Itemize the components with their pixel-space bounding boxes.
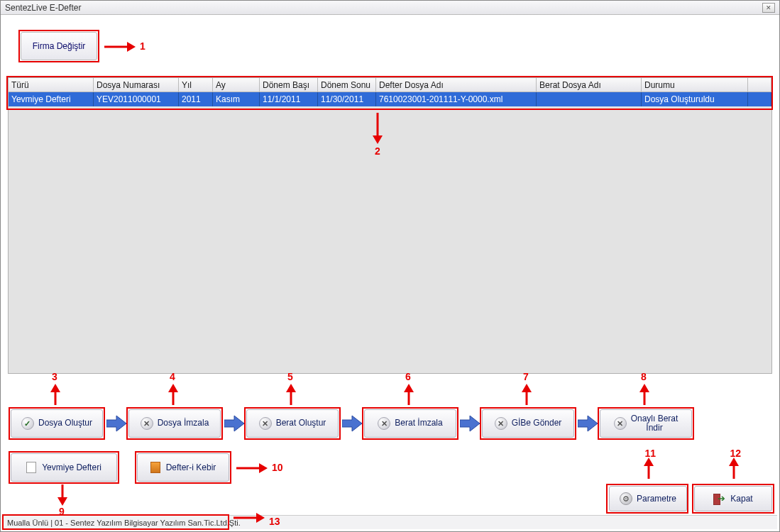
svg-marker-1 xyxy=(127,42,136,52)
close-button[interactable]: Kapat xyxy=(694,486,772,511)
svg-marker-17 xyxy=(57,497,67,506)
svg-marker-20 xyxy=(644,458,654,466)
cell-durumu: Dosya Oluşturuldu xyxy=(642,92,748,106)
client-area: Firma Değiştir Türü Dosya Numarası Yıl A… xyxy=(1,15,779,531)
cell-donembasi: 11/1/2011 xyxy=(260,92,318,106)
download-approved-berat-label: Onaylı Berat İndir xyxy=(631,414,679,433)
annotation-arrow-8 xyxy=(638,384,651,408)
annotation-number-1: 1 xyxy=(140,40,145,52)
cell-yil: 2011 xyxy=(179,92,213,106)
col-header-spacer xyxy=(748,78,771,92)
create-file-button[interactable]: Dosya Oluştur xyxy=(11,409,103,438)
annotation-arrow-10 xyxy=(235,462,268,477)
annotation-arrow-9 xyxy=(56,484,69,509)
svg-marker-19 xyxy=(259,463,268,473)
cell-donemsonu: 11/30/2011 xyxy=(318,92,376,106)
create-berat-button[interactable]: Berat Oluştur xyxy=(246,409,339,438)
col-header-dosyano[interactable]: Dosya Numarası xyxy=(94,78,179,92)
general-ledger-label: Defter-i Kebir xyxy=(166,462,216,472)
change-company-label: Firma Değiştir xyxy=(33,41,86,51)
ledger-grid[interactable]: Türü Dosya Numarası Yıl Ay Dönem Başı Dö… xyxy=(8,77,772,374)
statusbar: Mualla Ünlü | 01 - Sentez Yazılım Bilgis… xyxy=(3,515,777,529)
create-berat-label: Berat Oluştur xyxy=(276,419,326,428)
col-header-ay[interactable]: Ay xyxy=(213,78,260,92)
parameters-button[interactable]: ⚙ Parametre xyxy=(609,486,687,511)
general-ledger-button[interactable]: Defter-i Kebir xyxy=(137,453,229,482)
exit-icon xyxy=(713,494,726,504)
annotation-arrow-5 xyxy=(285,384,297,408)
arrow-right-icon xyxy=(106,414,127,433)
svg-marker-14 xyxy=(639,384,649,392)
titlebar: SentezLive E-Defter ✕ xyxy=(1,1,779,15)
gear-icon: ⚙ xyxy=(620,492,632,505)
annotation-arrow-7 xyxy=(520,384,533,408)
cross-icon xyxy=(614,417,627,430)
close-label: Kapat xyxy=(730,494,752,504)
check-icon xyxy=(21,417,34,430)
cross-icon xyxy=(141,417,153,430)
annotation-arrow-3 xyxy=(49,384,62,408)
create-file-label: Dosya Oluştur xyxy=(38,419,92,428)
svg-marker-10 xyxy=(404,384,414,392)
journal-ledger-button[interactable]: Yevmiye Defteri xyxy=(11,453,117,482)
cross-icon xyxy=(495,417,507,430)
cell-beratdosyaadi xyxy=(537,92,642,106)
annotation-arrow-6 xyxy=(402,384,415,408)
col-header-yil[interactable]: Yıl xyxy=(179,78,213,92)
book-icon xyxy=(150,462,160,473)
journal-ledger-label: Yevmiye Defteri xyxy=(42,462,101,472)
window-title: SentezLive E-Defter xyxy=(5,3,762,13)
annotation-number-12: 12 xyxy=(730,448,741,459)
annotation-arrow-12 xyxy=(727,458,740,482)
col-header-beratdosyaadi[interactable]: Berat Dosya Adı xyxy=(537,78,642,92)
col-header-durumu[interactable]: Durumu xyxy=(642,78,748,92)
parameters-label: Parametre xyxy=(637,494,676,504)
app-window: SentezLive E-Defter ✕ Firma Değiştir Tür… xyxy=(0,0,780,532)
annotation-number-10: 10 xyxy=(272,462,283,473)
svg-marker-4 xyxy=(50,384,60,392)
col-header-donembasi[interactable]: Dönem Başı xyxy=(260,78,318,92)
arrow-right-icon xyxy=(341,414,363,433)
annotation-arrow-1 xyxy=(103,40,136,56)
annotation-arrow-4 xyxy=(167,384,180,408)
arrow-right-icon xyxy=(224,414,245,433)
sign-file-label: Dosya İmzala xyxy=(158,419,209,428)
cross-icon xyxy=(378,417,390,430)
arrow-right-icon xyxy=(459,414,480,433)
cell-turu: Yevmiye Defteri xyxy=(9,92,94,106)
window-close-button[interactable]: ✕ xyxy=(762,3,775,13)
svg-marker-6 xyxy=(168,384,178,392)
col-header-donemsonu[interactable]: Dönem Sonu xyxy=(318,78,376,92)
svg-marker-8 xyxy=(286,384,296,392)
cell-dosyano: YEV2011000001 xyxy=(94,92,179,106)
grid-row-selected[interactable]: Yevmiye Defteri YEV2011000001 2011 Kasım… xyxy=(9,92,771,106)
grid-empty-area xyxy=(9,106,771,373)
grid-header-row: Türü Dosya Numarası Yıl Ay Dönem Başı Dö… xyxy=(9,78,771,92)
col-header-turu[interactable]: Türü xyxy=(9,78,94,92)
close-icon: ✕ xyxy=(766,4,771,11)
download-approved-berat-button[interactable]: Onaylı Berat İndir xyxy=(600,409,692,438)
annotation-arrow-11 xyxy=(642,458,655,482)
annotation-number-11: 11 xyxy=(644,448,656,459)
cross-icon xyxy=(259,417,272,430)
sign-berat-label: Berat İmzala xyxy=(395,419,442,428)
status-text: Mualla Ünlü | 01 - Sentez Yazılım Bilgis… xyxy=(7,519,241,527)
cell-spacer xyxy=(748,92,771,106)
svg-marker-12 xyxy=(522,384,532,392)
col-header-defterdosyaadi[interactable]: Defter Dosya Adı xyxy=(376,78,537,92)
cell-ay: Kasım xyxy=(213,92,260,106)
arrow-right-icon xyxy=(577,414,598,433)
cell-defterdosyaadi: 7610023001-201111-Y-0000.xml xyxy=(376,92,537,106)
sign-berat-button[interactable]: Berat İmzala xyxy=(364,409,456,438)
svg-marker-22 xyxy=(729,458,739,466)
sign-file-button[interactable]: Dosya İmzala xyxy=(128,409,221,438)
change-company-button[interactable]: Firma Değiştir xyxy=(21,32,97,60)
document-icon xyxy=(26,462,36,473)
send-gib-button[interactable]: GİBe Gönder xyxy=(482,409,574,438)
send-gib-label: GİBe Gönder xyxy=(512,419,562,428)
